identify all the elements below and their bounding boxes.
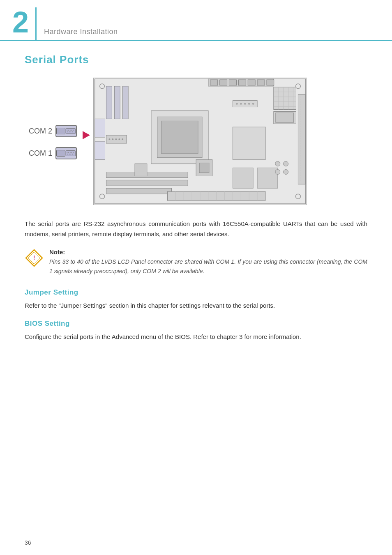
com2-connector: [55, 125, 77, 137]
svg-rect-31: [274, 87, 296, 110]
svg-rect-25: [238, 80, 246, 85]
com1-label: COM 1: [29, 149, 52, 158]
svg-point-78: [284, 170, 288, 175]
svg-rect-70: [95, 141, 105, 160]
svg-point-86: [244, 103, 246, 105]
svg-point-19: [72, 154, 73, 154]
svg-point-53: [115, 138, 117, 140]
svg-point-6: [67, 131, 68, 132]
svg-point-3: [70, 130, 71, 131]
svg-rect-48: [106, 180, 188, 186]
svg-point-9: [72, 131, 73, 132]
svg-rect-10: [66, 151, 76, 156]
note-text: Pins 33 to 40 of the LVDS LCD Panel conn…: [49, 257, 367, 276]
motherboard-diagram: [93, 78, 307, 207]
svg-point-15: [73, 152, 74, 153]
svg-point-5: [73, 130, 74, 131]
svg-rect-42: [161, 121, 198, 153]
svg-point-16: [67, 154, 68, 154]
note-content: Note: Pins 33 to 40 of the LVDS LCD Pane…: [49, 249, 367, 276]
diagram-area: COM 2: [29, 78, 367, 207]
note-label: Note:: [49, 249, 367, 256]
svg-rect-46: [122, 86, 128, 119]
svg-rect-24: [229, 80, 237, 85]
svg-point-84: [236, 103, 238, 105]
svg-rect-23: [220, 80, 227, 85]
svg-point-77: [275, 170, 280, 175]
svg-rect-29: [298, 94, 305, 184]
svg-rect-44: [106, 86, 112, 119]
svg-rect-90: [276, 113, 294, 122]
svg-rect-27: [257, 80, 265, 85]
motherboard-svg: [93, 78, 307, 205]
svg-point-12: [68, 152, 69, 153]
svg-rect-74: [199, 163, 209, 173]
svg-point-7: [69, 131, 70, 132]
svg-rect-28: [267, 80, 274, 85]
page-content: Serial Ports COM 2: [0, 41, 392, 368]
body-text: The serial ports are RS-232 asynchronous…: [25, 219, 367, 240]
com1-connector: [55, 147, 77, 159]
svg-point-18: [71, 154, 71, 154]
com-connectors-area: COM 2: [29, 125, 77, 159]
jumper-setting-text: Refer to the "Jumper Settings" section i…: [25, 301, 367, 311]
svg-rect-22: [210, 80, 218, 85]
com1-row: COM 1: [29, 147, 77, 159]
svg-point-85: [240, 103, 242, 105]
svg-point-87: [248, 103, 250, 105]
svg-point-51: [108, 138, 110, 140]
svg-point-11: [67, 152, 68, 153]
svg-rect-69: [95, 119, 105, 137]
com2-row: COM 2: [29, 125, 77, 137]
svg-point-54: [118, 138, 120, 140]
svg-point-76: [284, 161, 288, 166]
bios-setting-title: BIOS Setting: [25, 320, 367, 328]
svg-point-55: [122, 138, 123, 140]
svg-point-17: [69, 154, 70, 154]
svg-rect-45: [114, 86, 120, 119]
page-header: 2 Hardware Installation: [0, 0, 392, 41]
svg-point-4: [71, 130, 72, 131]
svg-point-88: [252, 103, 254, 105]
header-title: Hardware Installation: [44, 28, 118, 40]
svg-point-75: [275, 161, 280, 166]
page-number: 36: [25, 539, 31, 546]
svg-rect-43: [233, 127, 265, 159]
svg-point-14: [71, 152, 72, 153]
svg-rect-71: [233, 168, 253, 189]
svg-point-1: [67, 130, 68, 131]
svg-rect-0: [66, 129, 76, 134]
bios-setting-text: Configure the serial ports in the Advanc…: [25, 332, 367, 342]
svg-text:!: !: [33, 254, 35, 261]
svg-point-52: [112, 138, 113, 140]
svg-point-13: [70, 152, 71, 153]
svg-rect-26: [248, 80, 255, 85]
svg-rect-56: [135, 164, 147, 176]
jumper-setting-title: Jumper Setting: [25, 288, 367, 297]
note-icon: !: [25, 249, 44, 267]
note-block: ! Note: Pins 33 to 40 of the LVDS LCD Pa…: [25, 249, 367, 276]
chapter-number: 2: [12, 7, 37, 40]
svg-point-2: [68, 130, 69, 131]
section-title: Serial Ports: [25, 53, 367, 66]
svg-rect-49: [106, 188, 171, 194]
com2-label: COM 2: [29, 127, 52, 136]
svg-rect-72: [257, 168, 278, 189]
svg-point-8: [71, 131, 71, 132]
arrow-indicator: [83, 131, 90, 141]
